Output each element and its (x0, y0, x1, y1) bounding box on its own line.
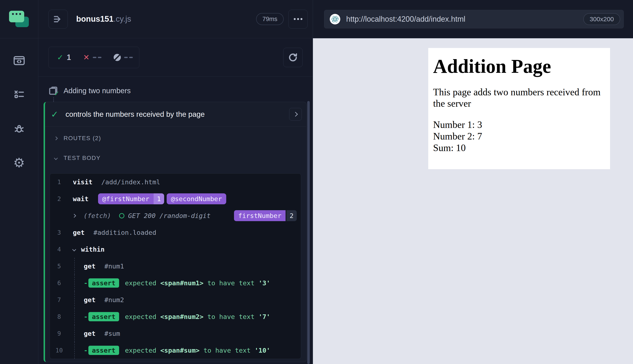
spec-duration-badge: 79ms (256, 13, 284, 25)
route-alias-badge: firstNumber2 (234, 210, 297, 221)
assert-badge: assert (88, 312, 119, 321)
command-content: within (68, 241, 301, 258)
command-name: within (81, 246, 104, 253)
alias-badge: @firstNumber1 (98, 193, 164, 204)
reporter-body: ✓ Adding two numbers ✓ controls the numb… (38, 76, 313, 364)
test-header[interactable]: ✓ controls the numbers received by the p… (45, 102, 306, 127)
spec-extension-text: .cy.js (114, 14, 131, 23)
command-args: #addition.loaded (94, 229, 156, 236)
command-row[interactable]: 9get#sum (50, 325, 301, 342)
command-content: visit/add/index.html (68, 174, 301, 190)
chevron-down-icon (54, 156, 58, 160)
stat-pending (114, 54, 133, 61)
url-bar[interactable]: http://localhost:4200/add/index.html 300… (324, 10, 624, 28)
command-content: get#num1 (74, 258, 301, 274)
command-line-number: 5 (50, 258, 68, 274)
fetch-label: (fetch) (84, 212, 111, 220)
command-row[interactable]: (fetch)GET 200 /random-digitfirstNumber2 (50, 207, 301, 224)
assert-message: expected <span#sum> to have text '10' (125, 346, 270, 354)
reload-icon (287, 52, 298, 63)
settings-icon[interactable]: ⚙ (12, 155, 27, 170)
viewport-size-badge: 300x200 (583, 13, 620, 25)
suite-check-icon: ✓ (54, 90, 59, 97)
command-line-number: 10 (50, 342, 68, 359)
command-row[interactable]: 2wait@firstNumber1@secondNumber (50, 190, 301, 207)
number2-line: Number 2: 7 (433, 131, 605, 142)
command-row[interactable]: 1visit/add/index.html (50, 174, 301, 190)
sum-line: Sum: 10 (433, 142, 605, 154)
ellipsis-icon (294, 18, 296, 20)
stats-strip: ✓ 1 ✕ (38, 38, 313, 76)
more-options-button[interactable] (288, 10, 308, 28)
cypress-logo-dots (12, 13, 21, 15)
command-line-number: 4 (50, 241, 68, 258)
command-content: -assertexpected <span#num2> to have text… (74, 308, 301, 325)
assert-dash: - (84, 279, 88, 287)
request-status: GET 200 /random-digit (128, 212, 211, 220)
route-alias-count: 2 (286, 210, 297, 221)
test-body-section-toggle[interactable]: TEST BODY (54, 152, 306, 164)
command-name: wait (73, 195, 88, 202)
test-passed-check-icon: ✓ (51, 109, 58, 120)
page-description: This page adds two numbers received from… (433, 87, 605, 110)
command-row[interactable]: 8-assertexpected <span#num2> to have tex… (50, 308, 301, 325)
routes-section-label: ROUTES (2) (64, 135, 101, 142)
toggle-specs-list-button[interactable] (48, 10, 68, 28)
command-row[interactable]: 10-assertexpected <span#sum> to have tex… (50, 342, 301, 359)
stats-summary: ✓ 1 ✕ (48, 47, 139, 68)
reporter-scrollbar[interactable] (307, 101, 310, 364)
command-row[interactable]: 6-assertexpected <span#num1> to have tex… (50, 274, 301, 292)
number1-line: Number 1: 3 (433, 120, 605, 131)
stat-passed: ✓ 1 (57, 53, 71, 62)
routes-section-toggle[interactable]: ROUTES (2) (54, 132, 306, 144)
aut-iframe[interactable]: Addition Page This page adds two numbers… (428, 48, 610, 169)
command-content: get#num2 (74, 292, 301, 308)
cypress-logo[interactable] (9, 11, 30, 28)
alias-badge-label: @firstNumber (98, 193, 154, 204)
debug-icon[interactable] (12, 121, 27, 136)
url-text[interactable]: http://localhost:4200/add/index.html (346, 15, 465, 24)
command-row[interactable]: 7get#num2 (50, 292, 301, 308)
cypress-app-window: ⚙ bonus151.cy.js 79ms ✓ (0, 0, 633, 364)
specs-list-arrow-icon (52, 14, 64, 24)
command-line-number: 1 (50, 174, 68, 190)
assert-message: expected <span#num1> to have text '3' (125, 279, 270, 287)
gear-icon: ⚙ (13, 156, 25, 170)
command-args: #num2 (104, 296, 124, 304)
open-test-button[interactable] (289, 108, 302, 120)
spec-name-text: bonus151 (76, 14, 114, 23)
suite-row[interactable]: ✓ Adding two numbers (48, 84, 306, 97)
left-nav-sidebar: ⚙ (0, 0, 38, 364)
runs-list-icon[interactable] (12, 87, 27, 102)
page-title: Addition Page (433, 56, 605, 77)
logo-section (0, 0, 38, 38)
command-line-number: 2 (50, 190, 68, 207)
test-block: ✓ controls the numbers received by the p… (44, 102, 306, 362)
assert-dash: - (84, 346, 88, 354)
command-content: -assertexpected <span#sum> to have text … (74, 342, 301, 359)
pending-count-dashes (124, 57, 133, 58)
command-line-number (50, 207, 68, 224)
assert-badge: assert (88, 346, 119, 355)
command-args: #sum (104, 330, 120, 337)
command-row[interactable]: 3get#addition.loaded (50, 224, 301, 241)
command-line-number: 9 (50, 325, 68, 342)
rerun-tests-button[interactable] (283, 48, 302, 67)
command-content: (fetch)GET 200 /random-digitfirstNumber2 (68, 207, 301, 224)
command-args: /add/index.html (101, 178, 160, 186)
chevron-right-icon (72, 214, 76, 218)
command-name: get (84, 330, 96, 337)
addition-page: Addition Page This page adds two numbers… (428, 48, 610, 158)
scrollbar-thumb[interactable] (307, 101, 310, 364)
command-content: get#addition.loaded (68, 224, 301, 241)
command-line-number: 7 (50, 292, 68, 308)
test-body-section-label: TEST BODY (64, 155, 100, 162)
check-icon: ✓ (57, 53, 63, 62)
aut-header: http://localhost:4200/add/index.html 300… (313, 0, 633, 38)
specs-icon[interactable] (12, 53, 27, 68)
command-row[interactable]: 4within (50, 241, 301, 258)
command-row[interactable]: 5get#num1 (50, 258, 301, 274)
failed-count-dashes (93, 57, 102, 58)
test-title: controls the numbers received by the pag… (66, 110, 205, 118)
command-name: get (84, 296, 96, 304)
